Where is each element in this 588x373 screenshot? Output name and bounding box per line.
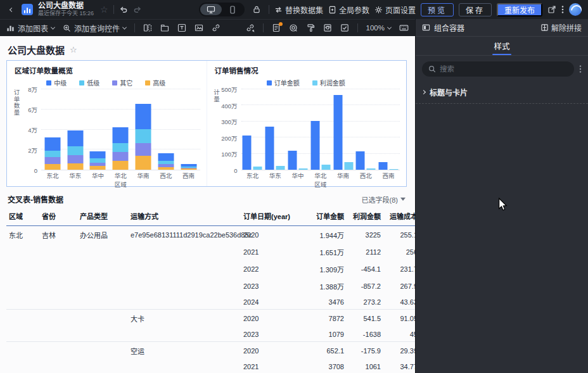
table-header-cell[interactable]: 省份	[39, 208, 77, 226]
y-tick-label: 2万	[28, 146, 37, 155]
y-tick-label: 6万	[28, 105, 37, 114]
legend-label: 订单金额	[274, 78, 300, 87]
republish-button[interactable]: 重新发布	[497, 3, 542, 16]
x-axis-labels: 东北华东华中华北华南西北西南	[241, 170, 400, 180]
table-header-cell[interactable]: 区域	[6, 208, 39, 226]
page-star-icon[interactable]: ☆	[70, 45, 77, 54]
table-cell: 办公用品	[77, 226, 128, 244]
image-widget-icon[interactable]	[195, 23, 203, 32]
bar-利润金额	[276, 166, 285, 170]
table-cell: 43.63	[383, 294, 415, 310]
save-button[interactable]: 保存	[459, 3, 492, 16]
table-header-cell[interactable]: 运输方式	[128, 208, 241, 226]
keyboard-shortcuts-icon[interactable]	[399, 23, 409, 32]
table-header-row: 区域省份产品类型运输方式订单日期(year)订单金额利润金额运输成本	[6, 208, 415, 226]
table-cell: 29.39	[383, 342, 415, 360]
stacked-bar	[136, 104, 151, 170]
fields-selected-dropdown[interactable]: 已选字段(8)	[362, 194, 406, 205]
chart-order-sales[interactable]: 订单销售情况订单金额利润金额计量0100万200万300万400万500万东北华…	[207, 61, 407, 186]
replace-dataset-label: 替换数据集	[285, 4, 323, 15]
bar-segment-低级	[113, 143, 129, 152]
favorite-star-icon[interactable]: ☆	[100, 4, 108, 15]
chart-legend: 订单金额利润金额	[212, 78, 400, 87]
table-cell: 1.388万	[301, 277, 347, 294]
link-settings-icon[interactable]	[246, 23, 255, 32]
bar-chart-icon	[6, 24, 15, 32]
desktop-view-toggle[interactable]	[200, 4, 222, 15]
table-header-cell[interactable]: 订单金额	[301, 208, 347, 226]
undo-icon[interactable]	[119, 5, 128, 14]
legend-item[interactable]: 低级	[79, 78, 99, 87]
table-cell: -175.9	[347, 342, 383, 360]
link-widget-icon[interactable]	[212, 23, 220, 32]
chart-region-orders[interactable]: 区域订单数量概览中级低级其它高级订单数量02万4万6万8万东北华东华中华北华南西…	[7, 61, 207, 186]
preview-doc-icon[interactable]	[323, 23, 332, 32]
user-avatar[interactable]	[569, 3, 582, 16]
table-cell	[128, 359, 241, 373]
dashboard-canvas[interactable]: 公司大盘数据 ☆ 区域订单数量概览中级低级其它高级订单数量02万4万6万8万东北…	[0, 36, 415, 373]
mobile-view-toggle[interactable]	[222, 4, 243, 15]
text-widget-icon[interactable]	[177, 23, 186, 32]
table-cell	[77, 310, 128, 327]
global-params-label: 全局参数	[339, 4, 369, 15]
todo-check-icon[interactable]	[340, 23, 349, 32]
x-tick-label: 华北	[309, 171, 332, 180]
comment-search-icon[interactable]	[289, 23, 298, 32]
table-cell	[128, 327, 241, 342]
search-plus-icon	[63, 24, 71, 32]
replace-dataset-button[interactable]: 替换数据集	[274, 4, 323, 15]
table-header-cell[interactable]: 运输成本	[383, 208, 415, 226]
detach-button[interactable]: 解除拼接	[540, 22, 582, 33]
section-title-and-card[interactable]: 标题与卡片	[416, 82, 588, 104]
legend-item[interactable]: 订单金额	[267, 78, 300, 87]
format-painter-icon[interactable]	[306, 23, 315, 32]
tab-widget-icon[interactable]	[160, 23, 169, 32]
page-settings-label: 页面设置	[385, 4, 416, 15]
legend-item[interactable]: 高级	[145, 78, 165, 87]
add-query-widget-button[interactable]: 添加查询控件	[63, 23, 126, 34]
lock-icon[interactable]	[252, 5, 261, 14]
legend-item[interactable]: 中级	[46, 78, 67, 87]
x-tick-label: 华南	[132, 171, 155, 180]
legend-item[interactable]: 利润金额	[312, 78, 345, 87]
panel-search-box[interactable]	[422, 61, 574, 77]
legend-item[interactable]: 其它	[112, 78, 132, 87]
table-cell: 东北	[6, 226, 39, 244]
add-chart-button[interactable]: 添加图表	[6, 23, 54, 34]
legend-swatch	[267, 80, 272, 85]
y-tick-label: 200万	[221, 134, 237, 142]
preview-button[interactable]: 预览	[421, 3, 454, 16]
cross-table: 区域省份产品类型运输方式订单日期(year)订单金额利润金额运输成本 东北吉林办…	[6, 208, 415, 373]
back-icon[interactable]	[6, 8, 16, 11]
x-tick-label: 西北	[155, 171, 177, 180]
cross-table-widget[interactable]: 交叉表-销售数据 已选字段(8) 区域省份产品类型运输方式订单日期(year)订…	[6, 193, 407, 373]
panel-search-input[interactable]	[440, 65, 568, 73]
zoom-select[interactable]: 100%	[366, 24, 391, 32]
panel-title: 组合容器	[434, 22, 464, 33]
bar-group	[310, 121, 330, 170]
share-icon[interactable]	[547, 5, 556, 14]
detach-label: 解除拼接	[551, 22, 582, 33]
table-row: 20211.651万2112256	[6, 243, 415, 260]
more-menu-icon[interactable]	[561, 5, 564, 14]
x-axis-title: 区域	[41, 180, 200, 188]
bar-利润金额	[253, 167, 262, 170]
x-tick-label: 西北	[354, 171, 377, 180]
x-tick-label: 东北	[241, 171, 264, 180]
tab-style[interactable]: 样式	[491, 37, 512, 55]
table-header-cell[interactable]: 产品类型	[77, 208, 128, 226]
notes-badge-icon[interactable]	[272, 23, 281, 32]
table-header-cell[interactable]: 利润金额	[347, 208, 383, 226]
table-cell: 3225	[347, 226, 383, 244]
chart-title: 订单销售情况	[212, 65, 400, 75]
table-cell	[77, 277, 128, 294]
table-header-cell[interactable]: 订单日期(year)	[241, 208, 301, 226]
search-more-icon[interactable]	[577, 65, 584, 73]
redo-icon[interactable]	[133, 5, 142, 14]
legend-label: 中级	[54, 78, 67, 87]
container-widget-icon[interactable]	[143, 23, 152, 32]
combined-chart-container[interactable]: 区域订单数量概览中级低级其它高级订单数量02万4万6万8万东北华东华中华北华南西…	[6, 60, 407, 187]
global-params-button[interactable]: 全局参数	[328, 4, 369, 15]
bar-segment-高级	[67, 163, 83, 170]
page-settings-button[interactable]: 页面设置	[374, 4, 416, 15]
